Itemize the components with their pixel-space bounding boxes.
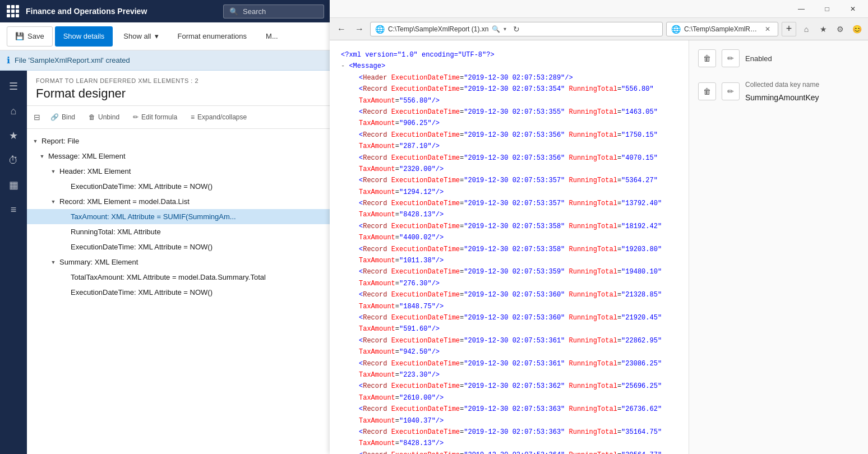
enabled-label: Enabled bbox=[745, 54, 772, 63]
tree-item-text: Message: XML Element bbox=[48, 152, 126, 160]
search-box[interactable]: 🔍 Search bbox=[223, 4, 324, 18]
tree-item[interactable]: ExecutionDateTime: XML Attribute = NOW() bbox=[27, 285, 331, 300]
tree-toggle bbox=[61, 183, 68, 191]
tree-item[interactable]: ExecutionDateTime: XML Attribute = NOW() bbox=[27, 239, 331, 254]
settings-icon[interactable]: ⚙ bbox=[833, 22, 847, 36]
user-icon[interactable]: 😊 bbox=[850, 22, 864, 36]
nav-menu-icon[interactable]: ☰ bbox=[2, 75, 25, 98]
xml-record-4: <Record ExecutionDateTime="2019-12-30 02… bbox=[341, 152, 677, 175]
side-nav: ☰ ⌂ ★ ⏱ ▦ ≡ bbox=[0, 71, 27, 454]
tree-item[interactable]: RunningTotal: XML Attribute bbox=[27, 224, 331, 239]
tree-toggle: ▼ bbox=[38, 152, 46, 160]
tree-item-selected[interactable]: TaxAmount: XML Attribute = SUMIF(Summing… bbox=[27, 209, 331, 224]
browser-search-icon: 🔍 bbox=[492, 25, 500, 33]
edit-key-button[interactable]: ✏ bbox=[722, 82, 740, 100]
delete-key-button[interactable]: 🗑 bbox=[698, 82, 716, 100]
chevron-down-icon: ▾ bbox=[155, 32, 159, 40]
close-button[interactable]: ✕ bbox=[840, 0, 866, 18]
xml-record-10: <Record ExecutionDateTime="2019-12-30 02… bbox=[341, 289, 677, 312]
xml-record-11: <Record ExecutionDateTime="2019-12-30 02… bbox=[341, 312, 677, 335]
xml-declaration: <?xml version="1.0" encoding="UTF-8"?> bbox=[341, 49, 677, 61]
tree-toggle: ▼ bbox=[49, 168, 57, 175]
collected-key-value: SummingAmountKey bbox=[745, 93, 819, 102]
nav-favorites-icon[interactable]: ★ bbox=[2, 124, 25, 147]
show-details-label: Show details bbox=[63, 32, 105, 40]
xml-record-17: <Record ExecutionDateTime="2019-12-30 02… bbox=[341, 450, 677, 454]
xml-record-5: <Record ExecutionDateTime="2019-12-30 02… bbox=[341, 175, 677, 198]
minimize-button[interactable]: — bbox=[788, 0, 814, 18]
tree-item[interactable]: TotalTaxAmount: XML Attribute = model.Da… bbox=[27, 270, 331, 285]
tab-close-button[interactable]: ✕ bbox=[762, 22, 773, 36]
tree-item-text: TotalTaxAmount: XML Attribute = model.Da… bbox=[71, 273, 266, 281]
bind-icon: 🔗 bbox=[50, 113, 59, 121]
nav-recent-icon[interactable]: ⏱ bbox=[2, 149, 25, 172]
show-all-button[interactable]: Show all ▾ bbox=[115, 26, 167, 47]
more-button[interactable]: M... bbox=[257, 26, 287, 47]
xml-record-13: <Record ExecutionDateTime="2019-12-30 02… bbox=[341, 358, 677, 381]
nav-workspaces-icon[interactable]: ▦ bbox=[2, 174, 25, 196]
tree-item[interactable]: ▼ Header: XML Element bbox=[27, 164, 331, 179]
new-tab-button[interactable]: + bbox=[782, 22, 796, 36]
maximize-button[interactable]: □ bbox=[814, 0, 840, 18]
xml-record-8: <Record ExecutionDateTime="2019-12-30 02… bbox=[341, 244, 677, 267]
xml-record-1: <Record ExecutionDateTime="2019-12-30 02… bbox=[341, 84, 677, 106]
notification-bar: ℹ File 'SampleXmlReport.xml' created bbox=[0, 50, 331, 71]
notification-message: File 'SampleXmlReport.xml' created bbox=[15, 56, 130, 64]
collected-key-row: 🗑 ✏ Collected data key name SummingAmoun… bbox=[698, 81, 859, 102]
tree-item-text: Record: XML Element = model.Data.List bbox=[59, 197, 190, 206]
browser-window: — □ ✕ ← → 🌐 C:\Temp\SampleXmlReport (1).… bbox=[330, 0, 868, 454]
browser-tab-icon: 🌐 bbox=[671, 25, 681, 34]
edit-enabled-button[interactable]: ✏ bbox=[722, 49, 740, 67]
nav-home-icon[interactable]: ⌂ bbox=[2, 100, 25, 122]
show-all-label: Show all bbox=[123, 32, 151, 40]
tree-toggle bbox=[61, 274, 68, 281]
tree-item-text: ExecutionDateTime: XML Attribute = NOW() bbox=[71, 243, 213, 251]
xml-message-open: - <Message> bbox=[341, 61, 677, 72]
tree-item[interactable]: ExecutionDateTime: XML Attribute = NOW() bbox=[27, 179, 331, 194]
nav-modules-icon[interactable]: ≡ bbox=[2, 198, 25, 221]
browser-address-1: C:\Temp\SampleXmlReport (1).xn bbox=[388, 25, 488, 33]
waffle-icon[interactable] bbox=[7, 5, 19, 17]
tree-item[interactable]: ▼ Record: XML Element = model.Data.List bbox=[27, 194, 331, 209]
properties-panel: 🗑 ✏ Enabled 🗑 ✏ Collected data bbox=[689, 40, 868, 454]
browser-back-button[interactable]: ← bbox=[334, 22, 349, 36]
format-enumerations-button[interactable]: Format enumerations bbox=[169, 26, 256, 47]
tree-toggle bbox=[61, 213, 68, 221]
trash-icon-2: 🗑 bbox=[703, 87, 711, 96]
filter-icon: ⊟ bbox=[31, 110, 43, 124]
collected-key-label-group: Collected data key name SummingAmountKey bbox=[745, 81, 819, 102]
save-button[interactable]: 💾 Save bbox=[7, 26, 53, 47]
xml-header: <Header ExecutionDateTime="2019-12-30 02… bbox=[341, 72, 677, 84]
browser-security-icon: 🌐 bbox=[375, 25, 385, 34]
xml-record-6: <Record ExecutionDateTime="2019-12-30 02… bbox=[341, 198, 677, 221]
show-details-button[interactable]: Show details bbox=[55, 26, 113, 47]
home-icon[interactable]: ⌂ bbox=[800, 22, 813, 36]
xml-record-14: <Record ExecutionDateTime="2019-12-30 02… bbox=[341, 381, 677, 404]
favorites-icon[interactable]: ★ bbox=[816, 22, 830, 36]
tree-item-text: ExecutionDateTime: XML Attribute = NOW() bbox=[71, 288, 213, 297]
app-title: Finance and Operations Preview bbox=[26, 7, 216, 16]
bind-button[interactable]: 🔗 Bind bbox=[45, 109, 81, 125]
tree-item-text: ExecutionDateTime: XML Attribute = NOW() bbox=[71, 182, 213, 191]
edit-pencil-icon: ✏ bbox=[727, 54, 734, 63]
collected-key-section: 🗑 ✏ Collected data key name SummingAmoun… bbox=[698, 81, 859, 102]
delete-enabled-button[interactable]: 🗑 bbox=[698, 49, 716, 67]
tree-toggle: ▼ bbox=[49, 198, 57, 206]
tree-toggle bbox=[61, 289, 68, 297]
xml-record-2: <Record ExecutionDateTime="2019-12-30 02… bbox=[341, 106, 677, 129]
edit-formula-button[interactable]: ✏ Edit formula bbox=[127, 109, 183, 125]
xml-record-15: <Record ExecutionDateTime="2019-12-30 02… bbox=[341, 404, 677, 427]
tree-item-text: Header: XML Element bbox=[59, 167, 131, 175]
xml-record-7: <Record ExecutionDateTime="2019-12-30 02… bbox=[341, 221, 677, 244]
tree-item[interactable]: ▼ Message: XML Element bbox=[27, 149, 331, 164]
tree-item[interactable]: ▼ Report: File bbox=[27, 133, 331, 149]
tree-item-text: Summary: XML Element bbox=[59, 258, 138, 266]
browser-forward-button[interactable]: → bbox=[352, 22, 367, 36]
tree-toggle: ▼ bbox=[49, 258, 57, 266]
unbind-icon: 🗑 bbox=[89, 113, 95, 121]
tree-item[interactable]: ▼ Summary: XML Element bbox=[27, 254, 331, 270]
browser-refresh-button[interactable]: ↻ bbox=[510, 22, 523, 36]
unbind-button[interactable]: 🗑 Unbind bbox=[83, 109, 125, 125]
expand-collapse-button[interactable]: ≡ Expand/collapse bbox=[185, 109, 252, 125]
info-icon: ℹ bbox=[7, 55, 10, 66]
